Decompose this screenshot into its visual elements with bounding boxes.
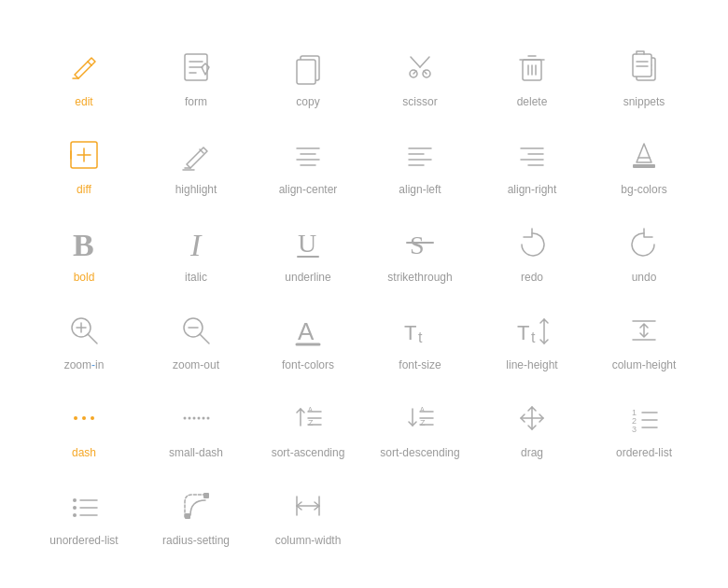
icon-cell-strikethrough[interactable]: S strikethrough (364, 211, 476, 289)
icon-cell-sort-descending[interactable]: A Z sort-descending (364, 386, 476, 465)
svg-text:T: T (404, 321, 416, 344)
svg-point-99 (73, 498, 77, 502)
svg-text:Z: Z (420, 418, 426, 427)
highlight-icon (177, 133, 215, 177)
icon-cell-redo[interactable]: redo (476, 211, 588, 289)
icon-cell-edit[interactable]: edit (28, 35, 140, 114)
svg-point-73 (184, 417, 187, 420)
svg-text:A: A (420, 406, 425, 413)
bg-colors-label: bg-colors (621, 183, 666, 196)
svg-point-72 (91, 416, 94, 420)
radius-setting-icon (177, 483, 215, 528)
icon-cell-delete[interactable]: delete (476, 35, 588, 114)
font-size-label: font-size (399, 358, 441, 371)
icon-cell-unordered-list[interactable]: unordered-list (28, 474, 140, 553)
column-width-icon (289, 483, 327, 528)
svg-text:U: U (298, 229, 316, 258)
small-dash-icon (177, 396, 215, 441)
italic-label: italic (185, 271, 207, 284)
icon-cell-form[interactable]: form (140, 35, 252, 114)
dash-label: dash (72, 446, 96, 459)
column-width-label: column-width (275, 534, 342, 547)
form-icon (177, 45, 215, 90)
diff-icon (65, 133, 103, 177)
icon-cell-zoom-in[interactable]: zoom-in (28, 299, 140, 377)
zoom-out-icon (177, 308, 215, 353)
form-label: form (185, 95, 207, 108)
icon-cell-undo[interactable]: undo (588, 211, 700, 289)
icon-cell-font-size[interactable]: T t font-size (364, 299, 476, 377)
svg-rect-106 (203, 493, 209, 498)
icon-cell-line-height[interactable]: T t line-height (476, 299, 588, 377)
svg-point-77 (203, 417, 205, 420)
svg-text:I: I (189, 228, 203, 261)
line-height-icon: T t (513, 308, 551, 353)
icon-cell-align-right[interactable]: align-right (476, 123, 588, 202)
strikethrough-label: strikethrough (387, 271, 452, 284)
icon-cell-align-center[interactable]: align-center (252, 123, 364, 202)
dash-icon (65, 396, 103, 441)
copy-icon (289, 45, 327, 90)
icon-cell-column-width[interactable]: column-width (252, 474, 364, 553)
icon-cell-sort-ascending[interactable]: A Z sort-ascending (252, 386, 364, 465)
snippets-label: snippets (623, 95, 665, 108)
svg-line-58 (200, 334, 209, 343)
scissor-label: scissor (402, 95, 437, 108)
svg-point-71 (82, 416, 86, 420)
icon-cell-highlight[interactable]: highlight (140, 123, 252, 202)
copy-label: copy (296, 95, 319, 108)
align-center-label: align-center (279, 183, 338, 196)
underline-label: underline (285, 271, 330, 284)
icon-cell-underline[interactable]: U underline (252, 211, 364, 289)
icon-cell-scissor[interactable]: scissor (364, 35, 476, 114)
icon-cell-diff[interactable]: diff (28, 123, 140, 202)
icon-cell-snippets[interactable]: snippets (588, 35, 700, 114)
align-left-icon (401, 133, 439, 177)
icon-cell-radius-setting[interactable]: radius-setting (140, 474, 252, 553)
svg-rect-23 (633, 54, 651, 77)
svg-text:S: S (410, 231, 425, 259)
svg-point-74 (189, 417, 191, 420)
small-dash-label: small-dash (169, 446, 223, 459)
snippets-icon (625, 45, 663, 90)
bold-icon: B (65, 220, 103, 265)
align-left-label: align-left (399, 183, 441, 196)
icon-cell-small-dash[interactable]: small-dash (140, 386, 252, 465)
svg-line-12 (413, 71, 416, 74)
font-size-icon: T t (401, 308, 439, 353)
sort-descending-label: sort-descending (380, 446, 459, 459)
edit-icon (65, 45, 103, 90)
svg-point-75 (193, 417, 196, 420)
icon-cell-colum-height[interactable]: colum-height (588, 299, 700, 377)
svg-point-76 (198, 417, 201, 420)
svg-point-70 (74, 416, 77, 420)
icon-cell-zoom-out[interactable]: zoom-out (140, 299, 252, 377)
diff-label: diff (77, 183, 91, 196)
drag-label: drag (521, 446, 543, 459)
svg-line-10 (411, 57, 420, 67)
sort-descending-icon: A Z (401, 396, 439, 441)
icon-grid: edit form copy scissor (19, 17, 709, 571)
icon-cell-dash[interactable]: dash (28, 386, 140, 465)
icon-cell-italic[interactable]: I italic (140, 211, 252, 289)
ordered-list-label: ordered-list (616, 446, 672, 459)
icon-cell-bg-colors[interactable]: bg-colors (588, 123, 700, 202)
svg-line-11 (420, 57, 429, 67)
svg-text:t: t (418, 329, 423, 345)
icon-cell-font-colors[interactable]: A font-colors (252, 299, 364, 377)
icon-cell-bold[interactable]: B bold (28, 211, 140, 289)
svg-line-13 (424, 71, 427, 74)
svg-point-101 (73, 513, 77, 517)
icon-cell-drag[interactable]: drag (476, 386, 588, 465)
svg-line-54 (88, 334, 97, 343)
svg-line-1 (88, 62, 91, 65)
unordered-list-label: unordered-list (49, 534, 118, 547)
icon-cell-ordered-list[interactable]: 1 2 3 ordered-list (588, 386, 700, 465)
font-colors-icon: A (289, 308, 327, 353)
icon-cell-align-left[interactable]: align-left (364, 123, 476, 202)
redo-label: redo (521, 271, 543, 284)
svg-text:B: B (73, 228, 94, 261)
align-right-icon (513, 133, 551, 177)
icon-cell-copy[interactable]: copy (252, 35, 364, 114)
colum-height-icon (625, 308, 663, 353)
